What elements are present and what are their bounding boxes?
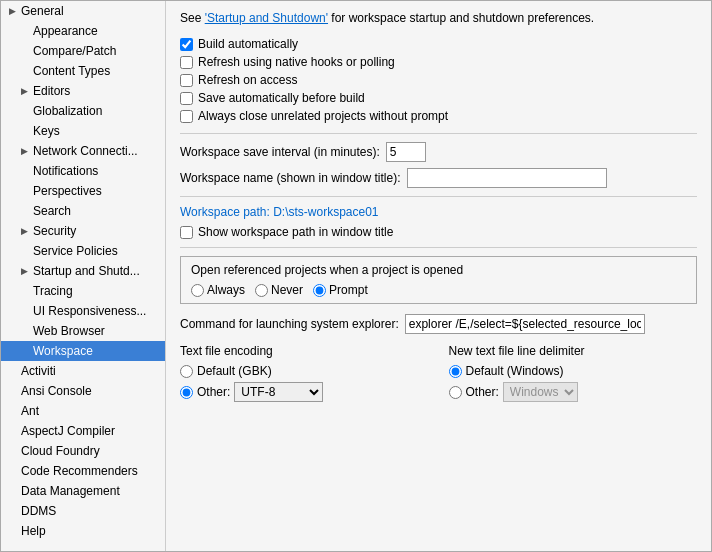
save-before-build-checkbox[interactable]	[180, 92, 193, 105]
settings-sidebar: ▶GeneralAppearanceCompare/PatchContent T…	[1, 1, 166, 551]
sidebar-item-label: Workspace	[33, 344, 93, 358]
build-automatically-checkbox[interactable]	[180, 38, 193, 51]
sidebar-item-label: AspectJ Compiler	[21, 424, 115, 438]
sidebar-item-label: Compare/Patch	[33, 44, 116, 58]
newline-default-radio[interactable]	[449, 365, 462, 378]
sidebar-item-label: Help	[21, 524, 46, 538]
text-encoding-title: Text file encoding	[180, 344, 429, 358]
encoding-default-radio[interactable]	[180, 365, 193, 378]
divider-1	[180, 133, 697, 134]
divider-2	[180, 196, 697, 197]
sidebar-item-ansi-console[interactable]: Ansi Console	[1, 381, 165, 401]
sidebar-item-label: DDMS	[21, 504, 56, 518]
checkboxes-section: Build automatically Refresh using native…	[180, 37, 697, 123]
startup-shutdown-link[interactable]: 'Startup and Shutdown'	[205, 11, 328, 25]
sidebar-item-label: Editors	[33, 84, 70, 98]
refresh-native-label: Refresh using native hooks or polling	[198, 55, 395, 69]
save-interval-input[interactable]	[386, 142, 426, 162]
sidebar-item-startup-shutdown[interactable]: ▶Startup and Shutd...	[1, 261, 165, 281]
sidebar-item-keys[interactable]: Keys	[1, 121, 165, 141]
radio-never-label: Never	[255, 283, 303, 297]
encoding-default-label: Default (GBK)	[197, 364, 272, 378]
radio-prompt[interactable]	[313, 284, 326, 297]
sidebar-item-web-browser[interactable]: Web Browser	[1, 321, 165, 341]
close-unrelated-checkbox[interactable]	[180, 110, 193, 123]
sidebar-item-code-recommenders[interactable]: Code Recommenders	[1, 461, 165, 481]
close-unrelated-label: Always close unrelated projects without …	[198, 109, 448, 123]
newline-default-label: Default (Windows)	[466, 364, 564, 378]
sidebar-item-data-management[interactable]: Data Management	[1, 481, 165, 501]
sidebar-item-aspectj-compiler[interactable]: AspectJ Compiler	[1, 421, 165, 441]
sidebar-item-label: Code Recommenders	[21, 464, 138, 478]
refresh-access-checkbox[interactable]	[180, 74, 193, 87]
build-automatically-label: Build automatically	[198, 37, 298, 51]
workspace-path-label: Workspace path:	[180, 205, 273, 219]
radio-always-label: Always	[191, 283, 245, 297]
open-referenced-group: Open referenced projects when a project …	[180, 256, 697, 304]
arrow-icon: ▶	[21, 226, 31, 236]
newline-other-row: Other: Windows Unix Mac	[449, 382, 698, 402]
sidebar-item-security[interactable]: ▶Security	[1, 221, 165, 241]
sidebar-item-network-connections[interactable]: ▶Network Connecti...	[1, 141, 165, 161]
info-text: See 'Startup and Shutdown' for workspace…	[180, 11, 697, 25]
sidebar-item-activiti[interactable]: Activiti	[1, 361, 165, 381]
show-path-checkbox[interactable]	[180, 226, 193, 239]
sidebar-item-ui-responsiveness[interactable]: UI Responsiveness...	[1, 301, 165, 321]
sidebar-item-appearance[interactable]: Appearance	[1, 21, 165, 41]
radio-prompt-label: Prompt	[313, 283, 368, 297]
sidebar-item-workspace[interactable]: Workspace	[1, 341, 165, 361]
sidebar-item-service-policies[interactable]: Service Policies	[1, 241, 165, 261]
sidebar-item-help[interactable]: Help	[1, 521, 165, 541]
newline-title: New text file line delimiter	[449, 344, 698, 358]
sidebar-item-label: Perspectives	[33, 184, 102, 198]
encoding-default-row: Default (GBK)	[180, 364, 429, 378]
newline-select[interactable]: Windows Unix Mac	[503, 382, 578, 402]
sidebar-item-compare-patch[interactable]: Compare/Patch	[1, 41, 165, 61]
workspace-name-row: Workspace name (shown in window title):	[180, 168, 697, 188]
sidebar-item-editors[interactable]: ▶Editors	[1, 81, 165, 101]
refresh-native-checkbox[interactable]	[180, 56, 193, 69]
show-path-label: Show workspace path in window title	[198, 225, 393, 239]
command-input[interactable]	[405, 314, 645, 334]
sidebar-item-general[interactable]: ▶General	[1, 1, 165, 21]
sidebar-item-perspectives[interactable]: Perspectives	[1, 181, 165, 201]
sidebar-item-label: Globalization	[33, 104, 102, 118]
sidebar-item-ddms[interactable]: DDMS	[1, 501, 165, 521]
radio-never[interactable]	[255, 284, 268, 297]
save-before-build-label: Save automatically before build	[198, 91, 365, 105]
command-label: Command for launching system explorer:	[180, 317, 399, 331]
encoding-other-radio[interactable]	[180, 386, 193, 399]
save-interval-label: Workspace save interval (in minutes):	[180, 145, 380, 159]
radio-always[interactable]	[191, 284, 204, 297]
workspace-name-input[interactable]	[407, 168, 607, 188]
newline-other-radio[interactable]	[449, 386, 462, 399]
text-encoding-box: Text file encoding Default (GBK) Other: …	[180, 344, 429, 406]
sidebar-item-label: Data Management	[21, 484, 120, 498]
arrow-icon: ▶	[21, 146, 31, 156]
sidebar-item-tracing[interactable]: Tracing	[1, 281, 165, 301]
arrow-icon: ▶	[9, 6, 19, 16]
sidebar-item-globalization[interactable]: Globalization	[1, 101, 165, 121]
encoding-select[interactable]: UTF-8 UTF-16 GBK ISO-8859-1	[234, 382, 323, 402]
sidebar-item-search[interactable]: Search	[1, 201, 165, 221]
sidebar-item-content-types[interactable]: Content Types	[1, 61, 165, 81]
command-row: Command for launching system explorer:	[180, 314, 697, 334]
checkbox-row-save-before-build: Save automatically before build	[180, 91, 697, 105]
sidebar-item-label: Network Connecti...	[33, 144, 138, 158]
checkbox-row-refresh-native: Refresh using native hooks or polling	[180, 55, 697, 69]
sidebar-item-label: Search	[33, 204, 71, 218]
arrow-icon: ▶	[21, 86, 31, 96]
refresh-access-label: Refresh on access	[198, 73, 297, 87]
sidebar-item-label: Content Types	[33, 64, 110, 78]
workspace-path-value: D:\sts-workspace01	[273, 205, 378, 219]
sidebar-item-label: Activiti	[21, 364, 56, 378]
sidebar-item-cloud-foundry[interactable]: Cloud Foundry	[1, 441, 165, 461]
sidebar-item-label: Cloud Foundry	[21, 444, 100, 458]
sidebar-item-ant[interactable]: Ant	[1, 401, 165, 421]
encoding-section: Text file encoding Default (GBK) Other: …	[180, 344, 697, 406]
sidebar-item-label: Ant	[21, 404, 39, 418]
workspace-path-row: Workspace path: D:\sts-workspace01	[180, 205, 697, 219]
sidebar-item-label: General	[21, 4, 64, 18]
sidebar-item-label: UI Responsiveness...	[33, 304, 146, 318]
sidebar-item-notifications[interactable]: Notifications	[1, 161, 165, 181]
